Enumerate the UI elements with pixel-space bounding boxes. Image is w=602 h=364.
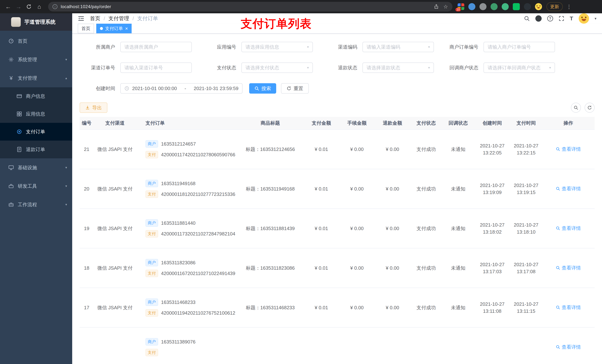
sidebar-item-system[interactable]: 系统管理 ▾ (0, 50, 72, 69)
reload-icon (26, 4, 32, 10)
cell-paid: 2021-10-27 13:17:08 (510, 248, 542, 288)
extension-icon-emoji[interactable] (535, 3, 542, 10)
avatar-caret-icon[interactable]: ▾ (595, 16, 596, 21)
top-navbar: 首页 / 支付管理 / 支付订单 支付订单列表 ? T ▾ (72, 13, 602, 24)
font-size-icon[interactable]: T (570, 15, 573, 22)
bookmark-star-icon[interactable]: ☆ (443, 4, 448, 10)
chevron-down-icon: ▾ (306, 45, 309, 49)
site-info-icon[interactable]: i (53, 4, 57, 9)
cell-paid: 2021-10-27 13:19:15 (510, 169, 542, 209)
browser-menu-icon[interactable]: ⋮ (567, 4, 572, 10)
cell-notify-status (442, 327, 474, 364)
merchant-select[interactable]: 请选择所属商户 (120, 42, 192, 52)
pay-tag: 支付 (146, 270, 158, 277)
cell-id: 21 (80, 129, 94, 169)
chevron-down-icon: ▾ (65, 166, 67, 170)
cell-order: 商户 1635311468233 支付 42000011942021102767… (136, 288, 237, 327)
header-search-icon[interactable] (524, 16, 530, 21)
sidebar-item-label: 支付订单 (26, 129, 45, 135)
briefcase-icon (8, 202, 14, 207)
cell-pay-status: 支付成功 (410, 209, 442, 248)
browser-chrome: ← → ⌂ i localhost:1024/pay/order ☆ 10 更新… (0, 0, 602, 13)
extension-icon-vue[interactable] (502, 3, 509, 10)
sidebar-item-pay-order[interactable]: 支付订单 (0, 123, 72, 141)
tab-home[interactable]: 首页 (78, 24, 94, 33)
filter-row-3: 创建时间 2021-10-01 00:00:00 - 2021-10-31 23… (80, 83, 595, 94)
cell-title (237, 327, 304, 364)
extension-icon-chat[interactable] (513, 3, 520, 10)
cell-id: 19 (80, 209, 94, 248)
cell-pay-status: 支付成功 (410, 288, 442, 327)
user-avatar[interactable] (579, 13, 589, 24)
view-detail-link[interactable]: 查看详情 (556, 304, 581, 311)
view-detail-link[interactable]: 查看详情 (556, 225, 581, 232)
card-icon (16, 94, 22, 99)
extension-icon-green[interactable] (491, 3, 498, 10)
reset-button[interactable]: 重置 (281, 83, 309, 94)
merchant-tag: 商户 (146, 299, 158, 306)
close-icon[interactable]: × (125, 26, 128, 31)
browser-back-button[interactable]: ← (3, 1, 13, 12)
channel-order-no-input[interactable]: 请输入渠道订单号 (120, 62, 192, 73)
extension-icon-dark[interactable] (524, 3, 531, 10)
create-time-range-picker[interactable]: 2021-10-01 00:00:00 - 2021-10-31 23:59:5… (120, 83, 243, 94)
pay-order-no: 4200001194202110276752100612 (161, 310, 235, 316)
dashboard-icon (8, 38, 14, 44)
merchant-tag: 商户 (146, 180, 158, 187)
github-icon[interactable] (535, 15, 542, 22)
share-icon[interactable] (434, 4, 439, 9)
refresh-icon (587, 105, 592, 110)
sidebar-item-infra[interactable]: 基础设施 ▾ (0, 158, 72, 177)
cell-id (80, 327, 94, 364)
export-button[interactable]: 导出 (80, 103, 107, 113)
browser-forward-button[interactable]: → (13, 1, 24, 12)
extension-grid-icon[interactable]: 10 (458, 3, 464, 10)
merchant-tag: 商户 (146, 140, 158, 148)
browser-home-button[interactable]: ⌂ (34, 1, 44, 12)
view-detail-link[interactable]: 查看详情 (556, 146, 581, 152)
date-end-value: 2021-10-31 23:59:59 (194, 86, 238, 91)
view-detail-link[interactable]: 查看详情 (556, 186, 581, 192)
fullscreen-icon[interactable] (559, 16, 564, 21)
sidebar-item-devtools[interactable]: 研发工具 ▾ (0, 177, 72, 195)
sidebar-item-workflow[interactable]: 工作流程 ▾ (0, 195, 72, 214)
sidebar-item-app-info[interactable]: 应用信息 (0, 105, 72, 123)
view-detail-link[interactable]: 查看详情 (556, 344, 581, 350)
view-detail-link[interactable]: 查看详情 (556, 265, 581, 271)
sidebar-item-home[interactable]: 首页 (0, 32, 72, 50)
cell-refund: ¥ 0.00 (375, 288, 410, 327)
document-icon (16, 147, 22, 152)
cell-paid (510, 327, 542, 364)
notify-status-select[interactable]: 请选择订单回调商户状态 ▾ (484, 62, 555, 73)
gear-icon (8, 57, 14, 62)
breadcrumb-payment[interactable]: 支付管理 (108, 15, 129, 22)
refresh-table-button[interactable] (585, 103, 595, 113)
channel-code-select[interactable]: 请输入渠道编码 ▾ (363, 42, 434, 52)
tab-pay-order[interactable]: 支付订单 × (96, 24, 132, 33)
refund-status-select[interactable]: 请选择退款状态 ▾ (363, 62, 434, 73)
filter-label: 商户订单编号 (443, 44, 484, 50)
address-bar[interactable]: i localhost:1024/pay/order ☆ (48, 2, 452, 11)
extension-icon-gray[interactable] (479, 3, 486, 10)
sidebar-item-merchant-info[interactable]: 商户信息 (0, 87, 72, 105)
sidebar-item-payment[interactable]: ¥ 支付管理 ▴ (0, 69, 72, 87)
sidebar-item-refund-order[interactable]: 退款订单 (0, 141, 72, 158)
browser-update-button[interactable]: 更新 (547, 2, 563, 11)
toggle-search-button[interactable] (571, 103, 581, 113)
search-button[interactable]: 搜索 (249, 83, 276, 94)
cell-channel: 微信 JSAPI 支付 (94, 169, 136, 209)
hamburger-icon[interactable] (78, 15, 85, 22)
help-icon[interactable]: ? (547, 16, 553, 21)
merchant-order-no-input[interactable]: 请输入商户订单编号 (484, 42, 555, 52)
app-select[interactable]: 请选择应用信息 ▾ (241, 42, 313, 52)
url-text[interactable]: localhost:1024/pay/order (61, 4, 111, 9)
cell-refund: ¥ 0.00 (375, 169, 410, 209)
pay-status-select[interactable]: 请选择支付状态 ▾ (241, 62, 313, 73)
extension-icon-blue[interactable] (468, 3, 475, 10)
cell-paid: 2021-10-27 13:18:10 (510, 209, 542, 248)
app-logo[interactable]: 芋道管理系统 (0, 13, 72, 31)
browser-reload-button[interactable] (24, 1, 34, 12)
breadcrumb-home[interactable]: 首页 (90, 15, 100, 22)
logo-avatar (11, 17, 21, 27)
cell-amount: ¥ 0.01 (304, 288, 339, 327)
